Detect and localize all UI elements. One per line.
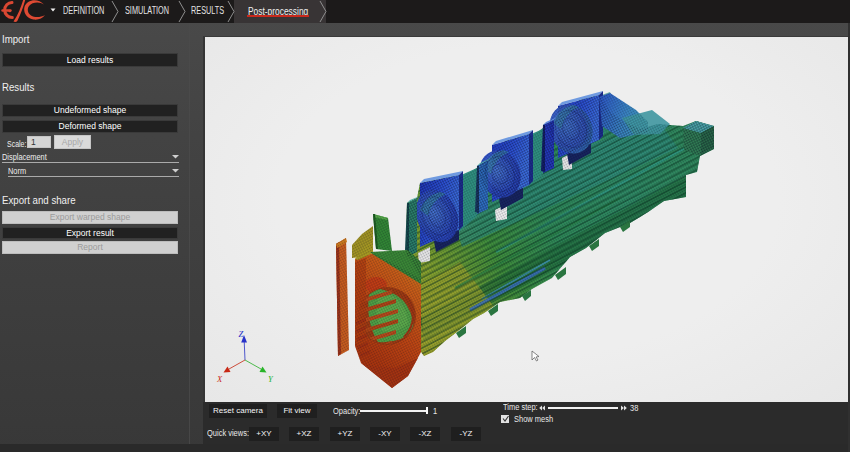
svg-text:Y: Y [268,374,274,384]
svg-text:X: X [216,374,223,384]
svg-text:Z: Z [239,329,244,339]
